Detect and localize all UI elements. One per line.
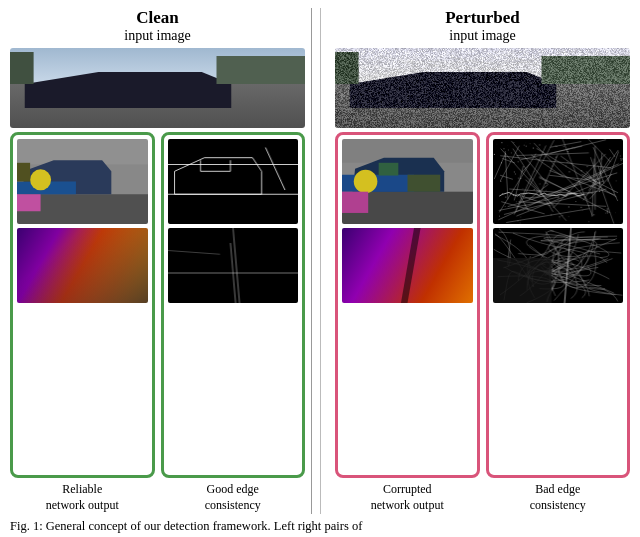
perturbed-depth	[342, 228, 473, 303]
clean-input-image	[10, 48, 305, 128]
perturbed-columns: Corruptednetwork output Bad edgeconsiste…	[335, 132, 630, 514]
clean-half: Clean input image Reliablenetwork output	[10, 8, 312, 514]
perturbed-title: Perturbed	[445, 8, 520, 28]
main-container: Clean input image Reliablenetwork output	[0, 0, 640, 537]
perturbed-col1-wrapper: Corruptednetwork output	[335, 132, 480, 514]
perturbed-col1-caption: Corruptednetwork output	[371, 482, 444, 513]
perturbed-input-image	[335, 48, 630, 128]
clean-depth	[17, 228, 148, 303]
clean-title: Clean	[136, 8, 179, 28]
bottom-caption: Fig. 1: General concept of our detection…	[0, 514, 640, 538]
bottom-caption-text: Fig. 1: General concept of our detection…	[10, 519, 362, 533]
perturbed-col2-box	[486, 132, 631, 478]
perturbed-col2-caption: Bad edgeconsistency	[530, 482, 586, 513]
perturbed-segmentation	[342, 139, 473, 224]
clean-subtitle: input image	[124, 28, 191, 44]
perturbed-subtitle: input image	[449, 28, 516, 44]
clean-col1-caption: Reliablenetwork output	[46, 482, 119, 513]
clean-segmentation	[17, 139, 148, 224]
perturbed-col2-wrapper: Bad edgeconsistency	[486, 132, 631, 514]
clean-col1-box	[10, 132, 155, 478]
clean-col2-wrapper: Good edgeconsistency	[161, 132, 306, 514]
perturbed-half: Perturbed input image Corruptednetwork o…	[329, 8, 630, 514]
perturbed-col1-box	[335, 132, 480, 478]
half-divider	[320, 8, 321, 514]
perturbed-edge1	[493, 139, 624, 224]
perturbed-edge2	[493, 228, 624, 303]
top-section: Clean input image Reliablenetwork output	[0, 0, 640, 514]
clean-edge2	[168, 228, 299, 303]
clean-col1-wrapper: Reliablenetwork output	[10, 132, 155, 514]
clean-col2-caption: Good edgeconsistency	[205, 482, 261, 513]
clean-col2-box	[161, 132, 306, 478]
clean-edge1	[168, 139, 299, 224]
clean-columns: Reliablenetwork output Good edgeconsiste…	[10, 132, 305, 514]
